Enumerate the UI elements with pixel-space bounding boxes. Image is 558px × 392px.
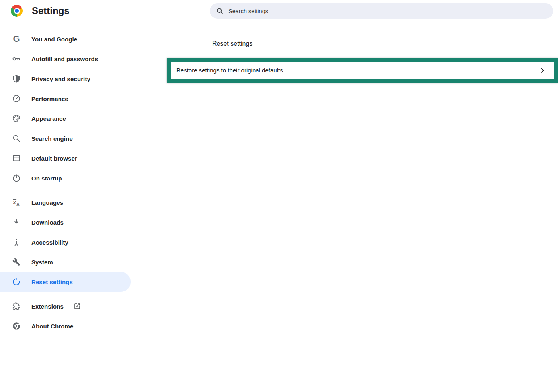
sidebar-item-label: Languages xyxy=(31,199,63,206)
sidebar-item-label: Extensions xyxy=(31,303,64,310)
sidebar-item-label: Downloads xyxy=(31,219,64,226)
sidebar-item-label: On startup xyxy=(31,175,62,182)
sidebar-item-label: About Chrome xyxy=(31,323,73,330)
sidebar-item-reset-settings[interactable]: Reset settings xyxy=(0,272,131,292)
shield-icon xyxy=(12,74,21,83)
accessibility-icon xyxy=(12,237,21,247)
restore-defaults-row[interactable]: Restore settings to their original defau… xyxy=(167,58,558,83)
restore-defaults-label: Restore settings to their original defau… xyxy=(176,67,539,74)
sidebar-item-you-and-google[interactable]: G You and Google xyxy=(0,29,131,49)
sidebar: G You and Google Autofill and passwords … xyxy=(0,29,133,336)
sidebar-divider xyxy=(0,190,133,190)
speedometer-icon xyxy=(12,94,21,103)
sidebar-item-search-engine[interactable]: Search engine xyxy=(0,128,131,148)
sidebar-item-autofill-and-passwords[interactable]: Autofill and passwords xyxy=(0,49,131,69)
key-icon xyxy=(12,54,21,64)
settings-search[interactable] xyxy=(210,3,553,19)
sidebar-item-label: Autofill and passwords xyxy=(31,56,98,62)
sidebar-divider xyxy=(0,294,133,294)
search-icon xyxy=(216,7,224,15)
sidebar-item-downloads[interactable]: Downloads xyxy=(0,212,131,232)
google-g-icon: G xyxy=(12,34,21,44)
search-input[interactable] xyxy=(228,8,508,15)
sidebar-item-label: Search engine xyxy=(31,135,73,142)
svg-text:x: x xyxy=(12,199,16,205)
sidebar-item-default-browser[interactable]: Default browser xyxy=(0,148,131,168)
sidebar-item-label: Default browser xyxy=(31,155,77,162)
sidebar-item-label: System xyxy=(31,259,53,266)
chrome-logo-icon xyxy=(11,5,23,17)
search-icon xyxy=(12,134,21,143)
sidebar-item-accessibility[interactable]: Accessibility xyxy=(0,232,131,252)
palette-icon xyxy=(12,114,21,123)
chrome-logo-inner-blue xyxy=(15,9,19,13)
chevron-right-icon xyxy=(539,67,546,74)
sidebar-item-appearance[interactable]: Appearance xyxy=(0,109,131,128)
sidebar-item-privacy-and-security[interactable]: Privacy and security xyxy=(0,69,131,89)
sidebar-item-performance[interactable]: Performance xyxy=(0,89,131,109)
reset-icon xyxy=(12,277,21,287)
chrome-settings-page: Settings G You and Google Autofill and p… xyxy=(0,0,558,392)
sidebar-item-on-startup[interactable]: On startup xyxy=(0,168,131,188)
browser-window-icon xyxy=(12,153,21,163)
sidebar-item-label: Reset settings xyxy=(31,279,73,285)
wrench-icon xyxy=(12,257,21,267)
puzzle-icon xyxy=(12,301,21,311)
power-icon xyxy=(12,173,21,183)
sidebar-item-languages[interactable]: x A Languages xyxy=(0,192,131,212)
chrome-icon xyxy=(12,321,21,331)
sidebar-item-system[interactable]: System xyxy=(0,252,131,272)
sidebar-item-extensions[interactable]: Extensions xyxy=(0,296,131,316)
download-icon xyxy=(12,217,21,227)
page-title: Settings xyxy=(32,5,70,16)
translate-icon: x A xyxy=(12,198,21,207)
sidebar-item-label: Appearance xyxy=(31,115,66,122)
sidebar-item-label: Performance xyxy=(31,95,68,102)
sidebar-item-label: Privacy and security xyxy=(31,76,90,82)
sidebar-item-about-chrome[interactable]: About Chrome xyxy=(0,316,131,336)
sidebar-item-label: You and Google xyxy=(31,36,77,43)
svg-text:A: A xyxy=(16,202,20,207)
section-title: Reset settings xyxy=(212,40,252,47)
sidebar-item-label: Accessibility xyxy=(31,239,68,246)
external-link-icon xyxy=(74,303,81,310)
